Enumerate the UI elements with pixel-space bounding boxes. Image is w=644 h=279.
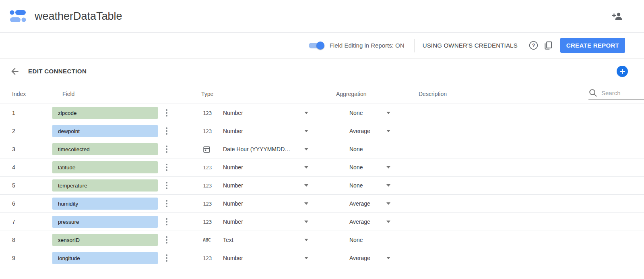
- toolbar: Field Editing in Reports: ON USING OWNER…: [0, 33, 644, 58]
- type-dropdown-arrow[interactable]: [304, 184, 308, 187]
- aggregation-dropdown-arrow[interactable]: [386, 202, 390, 205]
- search-input[interactable]: [601, 90, 642, 96]
- field-options-menu-button[interactable]: [163, 162, 171, 172]
- type-value[interactable]: Number: [223, 255, 304, 261]
- row-index: 8: [0, 237, 40, 243]
- description-cell[interactable]: [402, 195, 644, 212]
- description-cell[interactable]: [402, 122, 644, 140]
- aggregation-dropdown-arrow[interactable]: [386, 112, 390, 114]
- type-value[interactable]: Number: [223, 164, 304, 171]
- type-dropdown-arrow[interactable]: [304, 257, 308, 259]
- type-dropdown-arrow[interactable]: [304, 112, 308, 114]
- aggregation-value[interactable]: None: [318, 237, 363, 243]
- field-options-menu-button[interactable]: [163, 253, 171, 263]
- type-value[interactable]: Number: [223, 200, 304, 207]
- aggregation-dropdown-arrow[interactable]: [386, 221, 390, 223]
- field-chip[interactable]: humidity: [52, 198, 158, 210]
- type-dropdown-arrow[interactable]: [304, 148, 308, 150]
- app-bar: weatherDataTable: [0, 0, 644, 33]
- row-index: 5: [0, 182, 40, 189]
- table-header: Index Field Type Aggregation Description: [0, 84, 644, 104]
- field-chip[interactable]: zipcode: [52, 107, 158, 119]
- description-cell[interactable]: [402, 213, 644, 231]
- aggregation-value[interactable]: Average: [318, 219, 370, 225]
- type-dropdown-arrow[interactable]: [304, 166, 308, 169]
- column-header-aggregation: Aggregation: [336, 91, 367, 97]
- description-cell[interactable]: [402, 231, 644, 249]
- field-chip-label: dewpoint: [58, 128, 80, 134]
- type-value[interactable]: Date Hour (YYYYMMDD…: [223, 146, 304, 152]
- field-chip[interactable]: dewpoint: [52, 125, 158, 137]
- table-row: 3 timecollected 123 ABC Date Ho: [0, 140, 644, 158]
- aggregation-value[interactable]: None: [318, 164, 363, 171]
- row-index: 6: [0, 200, 40, 207]
- type-dropdown-arrow[interactable]: [304, 221, 308, 223]
- toggle-knob: [316, 42, 324, 50]
- aggregation-value[interactable]: None: [318, 146, 363, 152]
- row-index: 1: [0, 110, 40, 116]
- field-options-menu-button[interactable]: [163, 199, 171, 208]
- table-row: 4 latitude 123 ABC Number: [0, 158, 644, 177]
- type-dropdown-arrow[interactable]: [304, 130, 308, 132]
- field-options-menu-button[interactable]: [163, 144, 171, 154]
- type-value[interactable]: Number: [223, 110, 304, 116]
- table-row: 2 dewpoint 123 ABC Number: [0, 122, 644, 140]
- back-arrow-icon: [10, 66, 20, 77]
- aggregation-dropdown-arrow[interactable]: [386, 257, 390, 259]
- field-options-menu-button[interactable]: [163, 217, 171, 227]
- field-chip[interactable]: longitude: [52, 252, 158, 264]
- field-chip[interactable]: timecollected: [52, 143, 158, 155]
- type-value[interactable]: Text: [223, 237, 304, 243]
- type-value[interactable]: Number: [223, 182, 304, 189]
- field-table: Index Field Type Aggregation Description…: [0, 84, 644, 267]
- field-options-menu-button[interactable]: [163, 181, 171, 190]
- field-chip[interactable]: pressure: [52, 216, 158, 228]
- field-options-menu-button[interactable]: [163, 235, 171, 245]
- aggregation-dropdown-arrow[interactable]: [386, 130, 390, 132]
- aggregation-dropdown-arrow[interactable]: [386, 184, 390, 187]
- aggregation-value[interactable]: None: [318, 182, 363, 189]
- field-chip-label: pressure: [58, 219, 79, 225]
- description-cell[interactable]: [402, 158, 644, 176]
- toolbar-divider: [414, 39, 415, 52]
- field-options-menu-button[interactable]: [163, 108, 171, 118]
- type-dropdown-arrow[interactable]: [304, 202, 308, 205]
- edit-connection-label[interactable]: EDIT CONNECTION: [28, 68, 87, 75]
- field-chip[interactable]: latitude: [52, 161, 158, 173]
- table-row: 6 humidity 123 ABC Number: [0, 195, 644, 213]
- aggregation-value[interactable]: Average: [318, 200, 370, 207]
- field-chip[interactable]: sensorID: [52, 234, 158, 246]
- number-123-icon: 123: [203, 201, 212, 207]
- add-field-button[interactable]: [617, 66, 628, 77]
- aggregation-value[interactable]: Average: [318, 255, 370, 261]
- add-person-icon: [612, 11, 623, 21]
- field-chip-label: latitude: [58, 164, 76, 171]
- help-button[interactable]: ?: [526, 38, 541, 53]
- description-cell[interactable]: [402, 140, 644, 158]
- table-row: 9 longitude 123 ABC Number: [0, 249, 644, 267]
- table-row: 8 sensorID 123 ABC Text: [0, 231, 644, 249]
- description-cell[interactable]: [402, 177, 644, 194]
- field-chip[interactable]: temperature: [52, 179, 158, 192]
- aggregation-value[interactable]: Average: [318, 128, 370, 134]
- copy-datasource-button[interactable]: [541, 38, 555, 53]
- aggregation-value[interactable]: None: [318, 110, 363, 116]
- share-add-people-button[interactable]: [612, 11, 623, 21]
- row-index: 3: [0, 146, 40, 152]
- search-box[interactable]: [588, 88, 644, 100]
- field-editing-toggle[interactable]: [309, 43, 323, 48]
- type-value[interactable]: Number: [223, 128, 304, 134]
- search-icon: [588, 88, 597, 97]
- type-value[interactable]: Number: [223, 219, 304, 225]
- back-button[interactable]: [10, 66, 20, 77]
- field-options-menu-button[interactable]: [163, 126, 171, 136]
- field-chip-label: temperature: [58, 183, 87, 189]
- field-chip-label: sensorID: [58, 237, 80, 243]
- type-dropdown-arrow[interactable]: [304, 239, 308, 241]
- aggregation-dropdown-arrow[interactable]: [386, 166, 390, 169]
- page-title: weatherDataTable: [35, 10, 122, 23]
- number-123-icon: 123: [203, 110, 212, 116]
- description-cell[interactable]: [402, 104, 644, 122]
- description-cell[interactable]: [402, 249, 644, 267]
- create-report-button[interactable]: CREATE REPORT: [560, 38, 625, 53]
